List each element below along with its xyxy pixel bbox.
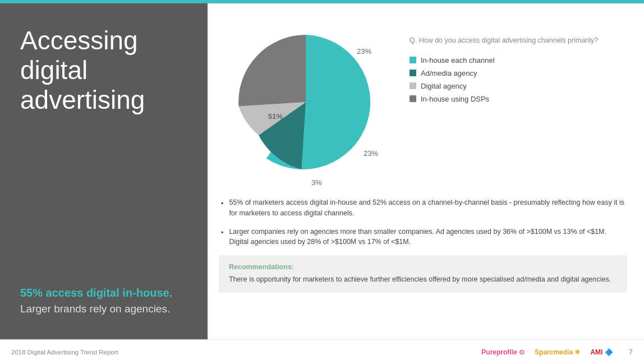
- legend-item-1: In-house each channel: [410, 56, 627, 64]
- sidebar: Accessing digital advertising 55% access…: [0, 3, 208, 339]
- bullet-dot-1: •: [221, 199, 223, 219]
- question-legend-block: Q. How do you access digital advertising…: [410, 19, 627, 108]
- footer-report-name: 2018 Digital Advertising Trend Report: [11, 349, 118, 356]
- recommendations-box: Recommendations: There is opportunity fo…: [219, 255, 627, 293]
- bullet-item-2: • Larger companies rely on agencies more…: [221, 227, 625, 248]
- label-23a: 23%: [357, 47, 371, 56]
- label-3: 3%: [311, 178, 322, 187]
- chart-question-row: 51% 23% 23% 3% Q. How do you access digi…: [219, 19, 627, 187]
- footer-page: 7: [629, 348, 633, 356]
- legend-dot-1: [410, 57, 416, 63]
- legend-label-1: In-house each channel: [421, 56, 495, 64]
- legend-dot-2: [410, 70, 416, 76]
- segment-dsps: [238, 35, 306, 107]
- rec-title: Recommendations:: [229, 263, 617, 271]
- legend-label-4: In-house using DSPs: [421, 95, 489, 103]
- sidebar-title: Accessing digital advertising: [20, 26, 187, 115]
- label-23b: 23%: [364, 149, 378, 158]
- bullet-item-1: • 55% of marketers access digital in-hou…: [221, 197, 625, 219]
- sparcmedia-logo: Sparcmedia ✳: [535, 348, 580, 356]
- rec-text: There is opportunity for marketers to ac…: [229, 274, 617, 285]
- legend-item-2: Ad/media agency: [410, 69, 627, 77]
- main-content: 51% 23% 23% 3% Q. How do you access digi…: [208, 3, 644, 339]
- sidebar-highlight: 55% access digital in-house.: [20, 287, 187, 300]
- legend-dot-4: [410, 95, 416, 102]
- legend-dot-3: [410, 82, 416, 89]
- footer-logos: Pureprofile ⊙ Sparcmedia ✳ AMI 🔷 7: [481, 348, 633, 356]
- question-text: Q. How do you access digital advertising…: [410, 36, 627, 46]
- sidebar-sub: Larger brands rely on agencies.: [20, 302, 187, 317]
- footer: 2018 Digital Advertising Trend Report Pu…: [0, 339, 644, 364]
- legend-item-4: In-house using DSPs: [410, 95, 627, 103]
- pureprofile-logo: Pureprofile ⊙: [481, 348, 525, 356]
- chart-container: 51% 23% 23% 3%: [219, 19, 398, 187]
- legend-label-3: Digital agency: [421, 82, 467, 90]
- bullet-text-2: Larger companies rely on agencies more t…: [229, 227, 625, 248]
- legend-label-2: Ad/media agency: [421, 69, 477, 77]
- legend-item-3: Digital agency: [410, 82, 627, 90]
- bullet-text-1: 55% of marketers access digital in-house…: [229, 197, 625, 219]
- pie-chart: 51% 23% 23% 3%: [219, 19, 398, 187]
- label-51: 51%: [268, 112, 283, 121]
- bullet-section: • 55% of marketers access digital in-hou…: [219, 197, 627, 247]
- bullet-dot-2: •: [221, 228, 223, 248]
- ami-logo: AMI 🔷: [590, 348, 613, 356]
